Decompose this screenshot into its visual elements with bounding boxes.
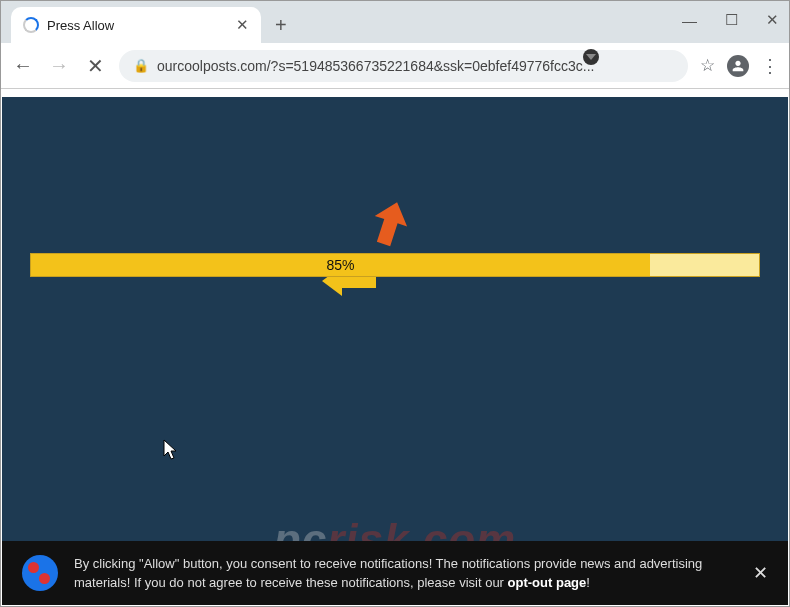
bookmark-star-icon[interactable]: ☆: [700, 55, 715, 76]
progress-label: 85%: [326, 257, 354, 273]
new-tab-button[interactable]: +: [261, 14, 301, 37]
notification-text: By clicking "Allow" button, you consent …: [74, 554, 737, 593]
back-button[interactable]: ←: [11, 54, 35, 77]
tab-close-icon[interactable]: ✕: [236, 16, 249, 34]
orange-arrow-annotation: [365, 199, 415, 249]
forward-button: →: [47, 54, 71, 77]
notification-site-icon: [22, 555, 58, 591]
window-close-button[interactable]: ✕: [766, 11, 779, 29]
tab-title: Press Allow: [47, 18, 114, 33]
progress-fill: 85%: [31, 254, 650, 276]
profile-icon[interactable]: [727, 55, 749, 77]
toolbar: ← → ✕ 🔒 ourcoolposts.com/?s=519485366735…: [1, 43, 789, 89]
cursor-icon: [163, 439, 179, 461]
minimize-button[interactable]: —: [682, 12, 697, 29]
address-bar[interactable]: 🔒 ourcoolposts.com/?s=519485366735221684…: [119, 50, 688, 82]
maximize-button[interactable]: ☐: [725, 11, 738, 29]
page-content: 85% pcrisk.com By clicking "Allow" butto…: [2, 97, 788, 605]
stop-reload-button[interactable]: ✕: [83, 54, 107, 78]
url-text: ourcoolposts.com/?s=519485366735221684&s…: [157, 58, 594, 74]
lock-icon[interactable]: 🔒: [133, 58, 149, 73]
window-controls: — ☐ ✕: [682, 11, 779, 29]
tab-strip: Press Allow ✕ +: [1, 1, 789, 43]
loading-spinner-icon: [23, 17, 39, 33]
notification-close-icon[interactable]: ✕: [753, 560, 768, 587]
kebab-menu-icon[interactable]: ⋮: [761, 55, 779, 77]
notification-bar: By clicking "Allow" button, you consent …: [2, 541, 788, 605]
opt-out-link[interactable]: opt-out page: [508, 575, 587, 590]
extension-dropdown-icon[interactable]: [583, 49, 599, 65]
progress-bar: 85%: [30, 253, 760, 277]
browser-tab[interactable]: Press Allow ✕: [11, 7, 261, 43]
